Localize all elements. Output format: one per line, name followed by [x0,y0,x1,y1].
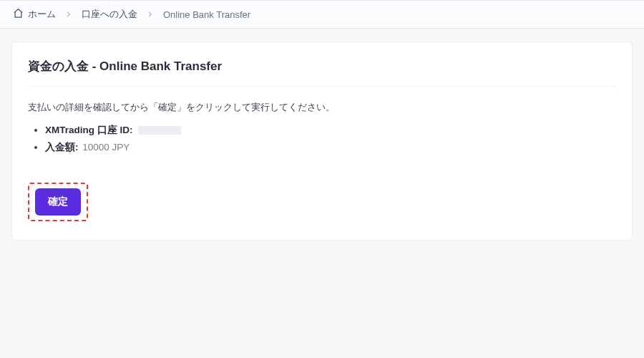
confirm-button[interactable]: 確定 [35,188,81,216]
deposit-confirm-card: 資金の入金 - Online Bank Transfer 支払いの詳細を確認して… [11,42,633,241]
breadcrumb-current-label: Online Bank Transfer [163,9,250,20]
account-id-label: XMTrading 口座 ID: [45,125,133,135]
breadcrumb-home-label: ホーム [28,8,56,21]
confirm-button-callout: 確定 [28,183,88,221]
payment-details-list: XMTrading 口座 ID: 入金額: 10000 JPY [28,124,616,154]
breadcrumb-current: Online Bank Transfer [163,9,250,20]
list-item: XMTrading 口座 ID: [45,124,616,137]
instruction-text: 支払いの詳細を確認してから「確定」をクリックして実行してください。 [28,101,616,114]
amount-label: 入金額: [45,142,79,153]
list-item: 入金額: 10000 JPY [45,141,616,154]
breadcrumb: ホーム 口座への入金 Online Bank Transfer [0,0,644,29]
chevron-right-icon [147,11,153,17]
amount-value: 10000 JPY [82,142,130,153]
breadcrumb-deposit[interactable]: 口座への入金 [82,8,137,21]
breadcrumb-deposit-label: 口座への入金 [82,8,137,21]
page-title: 資金の入金 - Online Bank Transfer [28,58,616,87]
account-id-value-redacted [138,126,181,135]
breadcrumb-home[interactable]: ホーム [13,8,56,21]
chevron-right-icon [66,11,72,17]
home-icon [13,8,24,21]
